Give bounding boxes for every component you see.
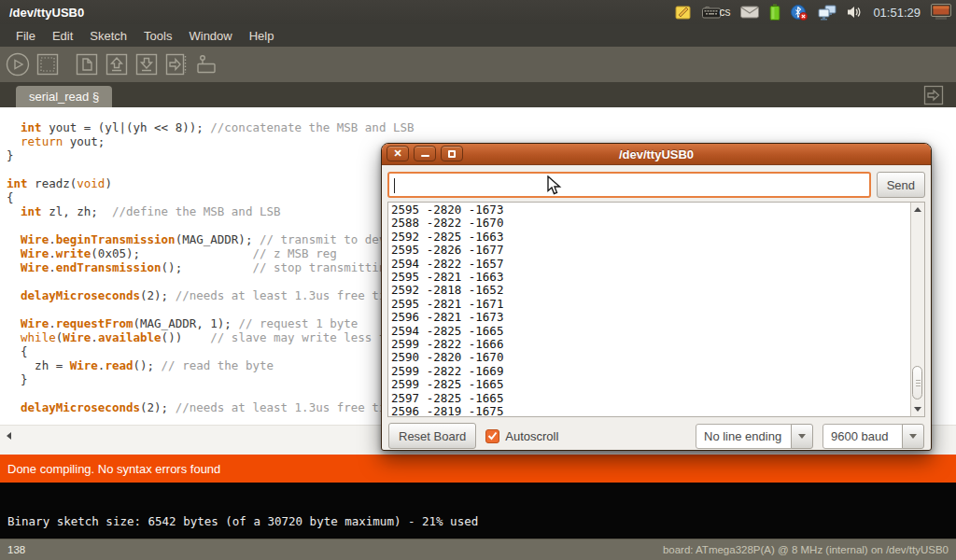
- baud-dropdown-button[interactable]: [902, 424, 924, 449]
- network-icon[interactable]: [818, 5, 836, 21]
- text-caret: [394, 178, 395, 193]
- serial-row: 2595 -2821 -1671: [391, 298, 503, 311]
- serial-row: 2594 -2825 -1665: [391, 325, 503, 338]
- active-window-title: /dev/ttyUSB0: [0, 6, 84, 20]
- console-output: Binary sketch size: 6542 bytes (of a 307…: [7, 514, 478, 528]
- serial-row: 2595 -2821 -1663: [391, 271, 503, 284]
- build-console: Binary sketch size: 6542 bytes (of a 307…: [0, 483, 956, 539]
- serial-input-row: Send: [387, 172, 925, 198]
- autoscroll-checkbox[interactable]: [485, 429, 499, 443]
- autoscroll-label: Autoscroll: [505, 429, 558, 443]
- menu-sketch[interactable]: Sketch: [81, 26, 135, 46]
- send-button[interactable]: Send: [877, 172, 925, 198]
- serial-row: 2599 -2822 -1666: [391, 338, 503, 351]
- menu-edit[interactable]: Edit: [44, 26, 81, 46]
- upload-button[interactable]: [163, 51, 190, 77]
- serial-row: 2590 -2820 -1670: [391, 351, 503, 364]
- desktop: /dev/ttyUSB0 cs 01:5: [0, 0, 956, 560]
- board-info: board: ATmega328P(A) @ 8 MHz (internal) …: [663, 544, 956, 555]
- serial-monitor-button[interactable]: [193, 51, 219, 77]
- serial-bottom-bar: Reset Board Autoscroll No line ending 96…: [387, 421, 925, 451]
- baud-rate-select[interactable]: 9600 baud: [822, 424, 924, 449]
- serial-row: 2594 -2822 -1657: [391, 258, 503, 271]
- tabbar: serial_read §: [0, 82, 956, 107]
- serial-row: 2599 -2825 -1665: [391, 378, 503, 391]
- line-ending-dropdown-button[interactable]: [791, 424, 813, 449]
- serial-row: 2588 -2822 -1670: [391, 217, 503, 230]
- window-controls: ✕: [387, 146, 463, 161]
- scroll-down-arrow-icon[interactable]: [914, 407, 921, 412]
- serial-row: 2595 -2820 -1673: [391, 203, 503, 217]
- session-monitor-icon[interactable]: [931, 4, 951, 21]
- notes-icon[interactable]: [675, 4, 692, 21]
- compile-status-message: Done compiling. No syntax errors found: [7, 462, 220, 476]
- serial-row: 2595 -2826 -1677: [391, 244, 503, 257]
- serial-output-rows: 2595 -2820 -16732588 -2822 -16702592 -28…: [391, 203, 503, 417]
- compile-status-bar: Done compiling. No syntax errors found: [0, 455, 956, 483]
- serial-row: 2592 -2825 -1663: [391, 231, 503, 244]
- system-tray: cs 01:51:29: [675, 4, 956, 21]
- serial-monitor-window: ✕ /dev/ttyUSB0 Send 2595 -2820 -16732588…: [381, 143, 932, 451]
- autoscroll-option: Autoscroll: [485, 429, 558, 443]
- menubar: File Edit Sketch Tools Window Help: [0, 24, 956, 47]
- open-sketch-button[interactable]: [104, 51, 130, 77]
- chevron-down-icon: [798, 434, 806, 439]
- reset-board-button[interactable]: Reset Board: [388, 423, 476, 449]
- menu-file[interactable]: File: [7, 26, 44, 46]
- stop-button[interactable]: [35, 51, 61, 77]
- serial-window-titlebar[interactable]: ✕ /dev/ttyUSB0: [382, 144, 931, 165]
- menu-tools[interactable]: Tools: [135, 26, 180, 46]
- serial-input[interactable]: [387, 172, 871, 198]
- serial-row: 2597 -2825 -1665: [391, 392, 503, 405]
- minimize-button[interactable]: [414, 146, 436, 161]
- line-ending-value[interactable]: No line ending: [696, 424, 792, 449]
- tab-menu-button[interactable]: [923, 85, 944, 109]
- close-button[interactable]: ✕: [387, 146, 409, 161]
- serial-window-body: Send 2595 -2820 -16732588 -2822 -1670259…: [382, 165, 931, 451]
- keyboard-indicator-icon[interactable]: cs: [702, 6, 730, 19]
- menu-help[interactable]: Help: [241, 26, 283, 46]
- serial-row: 2596 -2819 -1675: [391, 405, 503, 417]
- mouse-cursor: [547, 175, 564, 200]
- new-sketch-button[interactable]: [74, 51, 100, 77]
- baud-rate-value[interactable]: 9600 baud: [822, 424, 903, 449]
- serial-window-title: /dev/ttyUSB0: [619, 147, 694, 161]
- desktop-panel: /dev/ttyUSB0 cs 01:5: [0, 0, 956, 24]
- scrollbar-thumb[interactable]: [912, 366, 922, 399]
- scroll-left-arrow-icon[interactable]: [7, 432, 11, 440]
- save-sketch-button[interactable]: [134, 51, 160, 77]
- verify-button[interactable]: [5, 51, 31, 77]
- bluetooth-icon[interactable]: [791, 4, 808, 21]
- line-number: 138: [0, 544, 25, 555]
- serial-row: 2599 -2822 -1669: [391, 365, 503, 378]
- volume-icon[interactable]: [847, 5, 863, 20]
- maximize-button[interactable]: [441, 146, 463, 161]
- menu-window[interactable]: Window: [180, 26, 240, 46]
- mail-icon[interactable]: [740, 6, 759, 19]
- scroll-up-arrow-icon[interactable]: [914, 207, 921, 212]
- thumb-grip-icon: [916, 380, 921, 381]
- serial-output-area[interactable]: 2595 -2820 -16732588 -2822 -16702592 -28…: [387, 202, 925, 417]
- clock[interactable]: 01:51:29: [873, 6, 921, 20]
- toolbar: [0, 47, 956, 82]
- serial-row: 2592 -2818 -1652: [391, 284, 503, 297]
- line-ending-select[interactable]: No line ending: [696, 424, 813, 449]
- keyboard-layout-label: cs: [719, 6, 730, 19]
- serial-vertical-scrollbar[interactable]: [910, 203, 924, 416]
- statusline: 138 board: ATmega328P(A) @ 8 MHz (intern…: [0, 539, 956, 560]
- tab-serial-read[interactable]: serial_read §: [16, 86, 112, 107]
- battery-icon[interactable]: [769, 4, 780, 21]
- serial-row: 2596 -2821 -1673: [391, 311, 503, 324]
- chevron-down-icon: [909, 434, 917, 439]
